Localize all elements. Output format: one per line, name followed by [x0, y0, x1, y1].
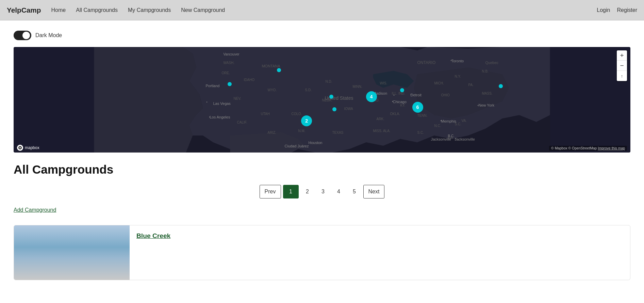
navbar-link-new-campground[interactable]: New Campground: [181, 7, 225, 13]
navbar-links: HomeAll CampgroundsMy CampgroundsNew Cam…: [51, 7, 597, 13]
svg-text:N.B.: N.B.: [482, 69, 489, 73]
navbar: YelpCamp HomeAll CampgroundsMy Campgroun…: [0, 0, 644, 20]
campground-info: Blue Creek: [130, 225, 630, 280]
svg-text:MINN.: MINN.: [353, 85, 362, 89]
cluster-marker-6[interactable]: 6: [412, 102, 423, 113]
main-content: Dark Mode United States MONTANA IDAHO: [0, 20, 644, 290]
page-title: All Campgrounds: [14, 163, 630, 176]
svg-text:•: •: [209, 115, 210, 119]
svg-text:New York: New York: [479, 103, 495, 107]
add-campground-link[interactable]: Add Campground: [14, 207, 56, 213]
svg-text:TEXAS: TEXAS: [332, 131, 344, 134]
svg-text:Detroit: Detroit: [411, 93, 422, 97]
dot-marker-6[interactable]: [499, 84, 503, 88]
svg-text:Chicago: Chicago: [393, 100, 407, 104]
navbar-link-my-campgrounds[interactable]: My Campgrounds: [128, 7, 171, 13]
toggle-thumb: [22, 32, 30, 39]
svg-text:ARIZ.: ARIZ.: [268, 131, 277, 134]
svg-text:•: •: [207, 100, 208, 104]
cluster-label-2: 2: [305, 118, 308, 124]
svg-text:Portland: Portland: [206, 84, 220, 88]
svg-text:VA.: VA.: [462, 119, 467, 123]
cluster-marker-4[interactable]: 4: [366, 91, 377, 102]
svg-text:Las Vegas: Las Vegas: [213, 101, 231, 106]
page-2-button[interactable]: 2: [301, 185, 314, 198]
svg-text:Houston: Houston: [309, 141, 323, 145]
svg-text:IOWA: IOWA: [344, 107, 353, 111]
svg-text:WIS.: WIS.: [380, 81, 387, 85]
navbar-auth-register[interactable]: Register: [617, 7, 637, 13]
dot-marker-1[interactable]: [228, 82, 232, 86]
navbar-brand[interactable]: YelpCamp: [7, 6, 41, 14]
cluster-marker-2[interactable]: 2: [301, 115, 312, 126]
svg-text:MISS. ALA.: MISS. ALA.: [373, 129, 391, 133]
dot-marker-5[interactable]: [400, 88, 404, 92]
svg-text:•: •: [455, 137, 456, 141]
svg-text:Jacksonville: Jacksonville: [431, 137, 451, 141]
pagination-row: Prev 1 2 3 4 5 Next: [14, 185, 630, 198]
dot-marker-2[interactable]: [277, 68, 281, 72]
svg-text:ONTARIO: ONTARIO: [417, 60, 436, 65]
svg-text:•: •: [411, 93, 412, 96]
svg-text:WYO.: WYO.: [268, 88, 277, 92]
dot-marker-4[interactable]: [332, 107, 336, 111]
page-5-button[interactable]: 5: [348, 185, 361, 198]
svg-text:PA.: PA.: [468, 83, 474, 87]
zoom-out-button[interactable]: −: [617, 61, 627, 71]
svg-text:Memphis: Memphis: [441, 119, 457, 123]
mapbox-logo-text: mapbox: [25, 145, 39, 150]
svg-text:WASH.: WASH.: [224, 61, 234, 65]
zoom-reset-button[interactable]: ↑: [617, 71, 627, 81]
svg-text:ARK.: ARK.: [377, 117, 384, 121]
page-3-button[interactable]: 3: [316, 185, 330, 198]
svg-text:•: •: [394, 94, 395, 97]
map-container[interactable]: United States MONTANA IDAHO WYO. S.D. N.…: [14, 47, 630, 153]
svg-text:ORE.: ORE.: [222, 71, 230, 75]
cluster-label-6: 6: [416, 105, 419, 110]
svg-text:MONTANA: MONTANA: [262, 64, 280, 68]
svg-text:MICH.: MICH.: [434, 81, 444, 85]
improve-map-link[interactable]: Improve this map: [598, 146, 625, 150]
svg-text:KY.: KY.: [400, 103, 406, 107]
svg-text:•: •: [392, 100, 393, 103]
map-zoom-controls: + − ↑: [617, 50, 627, 81]
zoom-in-button[interactable]: +: [617, 50, 627, 61]
dot-marker-3[interactable]: [329, 95, 333, 99]
attribution-text: © Mapbox © OpenStreetMap: [551, 146, 597, 150]
svg-text:Los Angeles: Los Angeles: [210, 115, 230, 119]
svg-text:N.Y.: N.Y.: [455, 75, 461, 78]
prev-button[interactable]: Prev: [260, 185, 281, 198]
next-button[interactable]: Next: [363, 185, 385, 198]
navbar-link-all-campgrounds[interactable]: All Campgrounds: [76, 7, 118, 13]
svg-text:N.D.: N.D.: [326, 80, 332, 83]
svg-text:•: •: [441, 119, 442, 123]
cluster-label-4: 4: [370, 94, 373, 99]
svg-point-65: [19, 147, 21, 148]
campground-name-link[interactable]: Blue Creek: [136, 232, 170, 239]
navbar-link-home[interactable]: Home: [51, 7, 66, 13]
svg-text:N.C.: N.C.: [434, 124, 441, 128]
svg-text:•: •: [478, 104, 479, 107]
svg-text:S.C.: S.C.: [417, 131, 424, 134]
svg-text:Ciudad Juárez: Ciudad Juárez: [285, 144, 309, 148]
svg-text:Quebec: Quebec: [485, 61, 499, 65]
svg-text:NEBR.: NEBR.: [322, 98, 333, 102]
svg-text:COLO.: COLO.: [292, 112, 302, 116]
svg-text:S.C.: S.C.: [455, 122, 461, 126]
map-svg: United States MONTANA IDAHO WYO. S.D. N.…: [14, 47, 630, 153]
svg-text:IDAHO: IDAHO: [244, 78, 255, 82]
map-attribution: © Mapbox © OpenStreetMap Improve this ma…: [549, 146, 627, 151]
navbar-auth: LoginRegister: [597, 7, 637, 13]
svg-text:S.D.: S.D.: [305, 88, 312, 92]
page-1-button[interactable]: 1: [283, 185, 299, 198]
svg-text:CALIF.: CALIF.: [237, 121, 247, 124]
page-4-button[interactable]: 4: [332, 185, 346, 198]
svg-text:MASS.: MASS.: [482, 92, 493, 95]
svg-text:Jacksonville: Jacksonville: [455, 137, 475, 141]
dark-mode-label: Dark Mode: [35, 32, 62, 38]
navbar-auth-login[interactable]: Login: [597, 7, 610, 13]
dark-mode-row: Dark Mode: [14, 31, 630, 40]
campground-card: Blue Creek: [14, 225, 630, 280]
svg-text:•: •: [451, 59, 452, 62]
dark-mode-toggle[interactable]: [14, 31, 31, 40]
